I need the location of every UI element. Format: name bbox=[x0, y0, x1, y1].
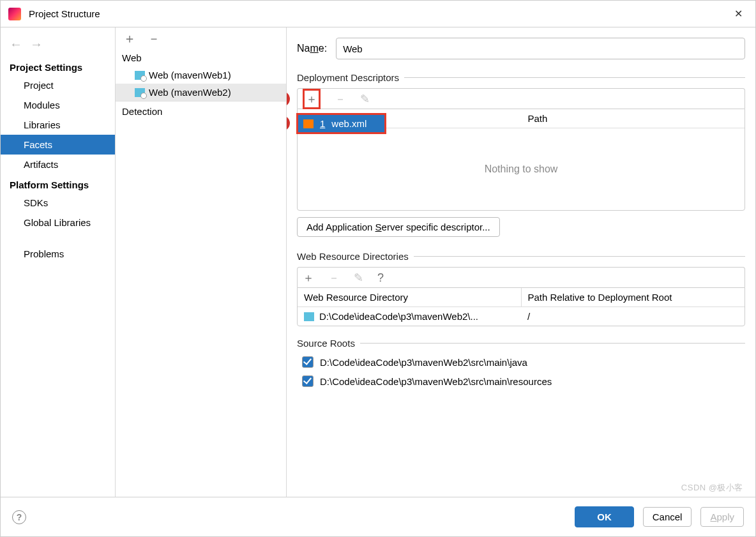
annotation-1: 1 bbox=[287, 91, 290, 107]
source-root-item[interactable]: D:\Code\ideaCode\p3\mavenWeb2\src\main\j… bbox=[297, 352, 745, 372]
facet-label: Web (mavenWeb1) bbox=[149, 70, 231, 80]
wrd-add-icon[interactable]: ＋ bbox=[303, 272, 314, 284]
wrd-legend: Web Resource Directories bbox=[297, 251, 414, 262]
nav-item-modules[interactable]: Modules bbox=[1, 95, 115, 115]
cancel-button[interactable]: Cancel bbox=[643, 507, 692, 527]
add-facet-icon[interactable]: ＋ bbox=[123, 32, 136, 45]
dd-legend: Deployment Descriptors bbox=[297, 72, 404, 83]
window-title: Project Structure bbox=[29, 8, 729, 19]
webxml-icon bbox=[303, 119, 314, 128]
name-input[interactable] bbox=[336, 38, 745, 59]
name-label: Name: bbox=[297, 43, 327, 54]
dd-add-menu-item[interactable]: 1 web.xml bbox=[296, 113, 386, 134]
add-server-descriptor-button[interactable]: Add Application Server specific descript… bbox=[297, 217, 500, 237]
wrd-path-cell: / bbox=[521, 307, 745, 326]
dd-remove-icon[interactable]: － bbox=[335, 93, 346, 105]
nav-item-artifacts[interactable]: Artifacts bbox=[1, 155, 115, 174]
checkbox-checked-icon[interactable] bbox=[302, 375, 314, 387]
annotation-2: 2 bbox=[287, 116, 290, 131]
ok-button[interactable]: OK bbox=[575, 506, 634, 527]
help-icon[interactable]: ? bbox=[12, 510, 26, 524]
close-icon[interactable]: ✕ bbox=[729, 5, 748, 22]
nav-item-project[interactable]: Project bbox=[1, 75, 115, 95]
remove-facet-icon[interactable]: － bbox=[147, 32, 160, 45]
nav-item-facets[interactable]: Facets bbox=[1, 135, 115, 155]
nav-item-sdks[interactable]: SDKs bbox=[1, 193, 115, 213]
web-facet-icon bbox=[135, 71, 145, 80]
dd-empty-text: Nothing to show bbox=[298, 128, 745, 210]
nav-group-platform-settings: Platform Settings bbox=[1, 174, 115, 193]
wrd-th-dir: Web Resource Directory bbox=[298, 288, 522, 306]
facet-tree-item[interactable]: Web (mavenWeb2) bbox=[116, 84, 286, 101]
menu-item-number: 1 bbox=[320, 118, 325, 129]
source-root-path: D:\Code\ideaCode\p3\mavenWeb2\src\main\j… bbox=[320, 357, 527, 368]
source-root-path: D:\Code\ideaCode\p3\mavenWeb2\src\main\r… bbox=[320, 376, 552, 387]
wrd-remove-icon[interactable]: － bbox=[328, 272, 340, 284]
facet-tree-item[interactable]: Web (mavenWeb1) bbox=[116, 66, 286, 84]
web-facet-icon bbox=[135, 88, 145, 97]
wrd-dir-cell: D:\Code\ideaCode\p3\mavenWeb2\... bbox=[319, 311, 478, 322]
apply-button[interactable]: Apply bbox=[700, 507, 744, 527]
app-logo-icon bbox=[8, 8, 21, 20]
wrd-th-path: Path Relative to Deployment Root bbox=[522, 288, 745, 306]
nav-item-problems[interactable]: Problems bbox=[1, 244, 115, 264]
detection-section[interactable]: Detection bbox=[116, 101, 286, 121]
dd-th-path: Path bbox=[522, 109, 745, 128]
wrd-edit-icon[interactable]: ✎ bbox=[354, 272, 363, 284]
facet-tree-root[interactable]: Web bbox=[116, 49, 286, 66]
menu-item-label: web.xml bbox=[331, 118, 367, 129]
nav-forward-icon[interactable]: → bbox=[30, 38, 43, 50]
source-root-item[interactable]: D:\Code\ideaCode\p3\mavenWeb2\src\main\r… bbox=[297, 372, 745, 391]
checkbox-checked-icon[interactable] bbox=[302, 356, 314, 368]
nav-back-icon[interactable]: ← bbox=[10, 38, 22, 50]
nav-group-project-settings: Project Settings bbox=[1, 57, 115, 75]
nav-item-libraries[interactable]: Libraries bbox=[1, 115, 115, 135]
nav-item-global-libraries[interactable]: Global Libraries bbox=[1, 213, 115, 232]
folder-icon bbox=[304, 312, 314, 321]
src-legend: Source Roots bbox=[297, 338, 360, 349]
dd-edit-icon[interactable]: ✎ bbox=[360, 93, 370, 105]
wrd-help-icon[interactable]: ? bbox=[377, 272, 384, 284]
wrd-row[interactable]: D:\Code\ideaCode\p3\mavenWeb2\... / bbox=[298, 307, 745, 326]
facet-label: Web (mavenWeb2) bbox=[149, 87, 231, 98]
dd-add-icon[interactable]: ＋ bbox=[306, 93, 317, 105]
